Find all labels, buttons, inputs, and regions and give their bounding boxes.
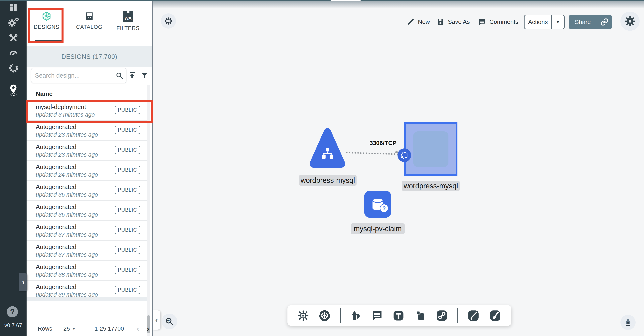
help-button[interactable]: ? <box>7 306 18 317</box>
plus-glyph: + <box>166 317 170 324</box>
tab-designs[interactable]: DESIGNS <box>28 4 64 42</box>
settings-button[interactable] <box>620 12 640 31</box>
top-shadow <box>153 1 644 9</box>
sidebar-expand-handle[interactable]: › <box>20 273 27 291</box>
chevron-left-icon: ‹ <box>155 315 158 325</box>
tab-filters[interactable]: WA FILTERS <box>110 4 146 42</box>
sidebar-item-configuration[interactable] <box>0 34 26 43</box>
design-name: Autogenerated <box>36 203 76 211</box>
design-updated: updated 38 minutes ago <box>36 271 98 278</box>
save-icon <box>436 18 445 26</box>
rows-label: Rows <box>38 325 52 332</box>
deployment-port-badge[interactable] <box>397 148 412 162</box>
share-label[interactable]: Share <box>569 19 597 25</box>
design-name: Autogenerated <box>36 163 76 171</box>
comments-button[interactable]: Comments <box>478 15 518 29</box>
pencil-icon <box>407 18 415 26</box>
sidebar-item-dashboard[interactable] <box>0 3 26 12</box>
copy-link-button[interactable] <box>597 18 612 26</box>
page-range: 1-25 17700 <box>95 325 124 332</box>
note-tool-icon[interactable] <box>414 310 426 321</box>
kubernetes-icon[interactable] <box>318 309 331 322</box>
actions-label[interactable]: Actions <box>524 19 551 25</box>
node-deployment-shape[interactable] <box>404 122 458 176</box>
upload-design-icon[interactable] <box>128 71 136 80</box>
list-item[interactable]: Autogenerated updated 38 minutes ago PUB… <box>26 261 150 281</box>
tab-catalog-label: CATALOG <box>76 24 102 30</box>
text-tool-icon[interactable] <box>392 309 405 322</box>
pagination: Rows 25 ▼ 1-25 17700 ‹ › <box>26 321 150 336</box>
freehand-draw-tool-icon[interactable] <box>489 309 502 322</box>
chevron-down-icon[interactable]: ▼ <box>72 326 76 331</box>
visibility-badge: PUBLIC <box>115 266 140 274</box>
unknown-badge: ? <box>380 204 388 213</box>
tab-designs-label: DESIGNS <box>34 24 60 30</box>
zoom-in-button[interactable]: + <box>162 314 177 329</box>
new-label: New <box>418 18 430 25</box>
new-design-button[interactable]: New <box>407 15 430 29</box>
tab-catalog[interactable]: CATALOG <box>71 4 107 42</box>
edge-service-to-deployment[interactable] <box>346 149 406 157</box>
visibility-badge: PUBLIC <box>115 166 140 174</box>
save-as-button[interactable]: Save As <box>436 15 470 29</box>
node-pvc-shape[interactable]: ? <box>364 191 391 218</box>
share-split-button[interactable]: Share <box>569 15 612 29</box>
next-page-button[interactable]: › <box>146 324 149 333</box>
panel-collapse-handle[interactable]: ‹ <box>153 310 160 329</box>
design-updated: updated 37 minutes ago <box>36 231 98 238</box>
visibility-badge: PUBLIC <box>115 106 140 114</box>
list-item[interactable]: Autogenerated updated 36 minutes ago PUB… <box>26 181 150 201</box>
sign-pen-button[interactable] <box>620 315 636 330</box>
design-updated: updated 23 minutes ago <box>36 151 98 158</box>
pen-nib-icon <box>623 317 633 327</box>
top-drawer-handle[interactable] <box>330 0 360 1</box>
catalog-icon <box>84 11 94 21</box>
question-icon: ? <box>10 308 14 316</box>
sidebar-divider <box>0 80 26 80</box>
components-icon[interactable] <box>298 310 309 321</box>
list-item[interactable]: Autogenerated updated 37 minutes ago PUB… <box>26 221 150 241</box>
list-item[interactable]: Autogenerated updated 36 minutes ago PUB… <box>26 201 150 221</box>
list-item[interactable]: Autogenerated updated 23 minutes ago PUB… <box>26 121 150 141</box>
prev-page-button[interactable]: ‹ <box>137 324 139 333</box>
relationship-tool-icon[interactable] <box>436 309 448 322</box>
tab-filters-label: FILTERS <box>116 25 140 31</box>
node-service-shape[interactable] <box>308 126 346 171</box>
list-item[interactable]: Autogenerated updated 24 minutes ago PUB… <box>26 160 150 181</box>
version-label: v0.7.67 <box>0 322 26 328</box>
visibility-badge: PUBLIC <box>115 206 140 214</box>
design-search[interactable] <box>31 68 126 83</box>
list-item[interactable]: Autogenerated updated 23 minutes ago PUB… <box>26 141 150 160</box>
node-pvc-label: mysql-pv-claim <box>351 223 405 234</box>
sidebar-item-performance[interactable] <box>0 48 26 57</box>
sidebar-divider <box>0 102 26 102</box>
list-end-strip <box>26 297 150 301</box>
dock-divider <box>340 308 340 323</box>
search-icon <box>116 72 123 79</box>
comments-label: Comments <box>490 18 518 25</box>
rows-per-page-select[interactable]: 25 <box>64 325 70 332</box>
visibility-badge: PUBLIC <box>115 246 140 254</box>
sidebar-item-extensions[interactable] <box>0 63 26 73</box>
design-updated: updated 36 minutes ago <box>36 211 98 218</box>
sidebar-item-lifecycle[interactable] <box>0 18 26 28</box>
shapes-tool-icon[interactable] <box>350 310 362 321</box>
search-input[interactable] <box>31 72 116 79</box>
visibility-badge: PUBLIC <box>115 126 140 134</box>
sidebar-item-kanvas[interactable] <box>0 84 26 96</box>
list-item[interactable]: Autogenerated updated 37 minutes ago PUB… <box>26 241 150 261</box>
filter-list-icon[interactable] <box>140 71 149 80</box>
list-scrollbar-track[interactable] <box>147 85 150 336</box>
actions-split-button[interactable]: Actions ▼ <box>524 15 565 29</box>
design-name: Autogenerated <box>36 223 76 231</box>
edge-draw-tool-icon[interactable] <box>467 309 480 322</box>
design-name: Autogenerated <box>36 184 76 191</box>
comment-tool-icon[interactable] <box>371 310 383 321</box>
canvas-menu-button[interactable] <box>161 14 176 29</box>
list-item[interactable]: mysql-deployment updated 3 minutes ago P… <box>26 101 150 121</box>
design-name: Autogenerated <box>36 243 76 251</box>
actions-dropdown-caret[interactable]: ▼ <box>552 19 564 25</box>
panel-title: DESIGNS (17,700) <box>26 46 152 67</box>
comment-icon <box>478 18 486 26</box>
wasm-filter-icon: WA <box>123 11 133 22</box>
